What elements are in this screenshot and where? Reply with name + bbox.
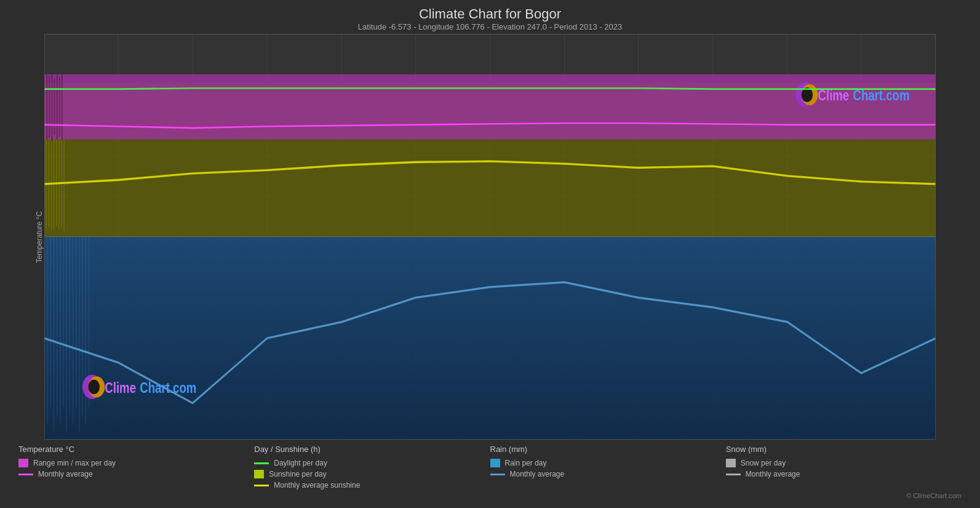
svg-point-63 <box>88 379 100 394</box>
legend-swatch-sunshine-avg <box>254 485 269 486</box>
legend-label-rain-avg: Monthly average <box>510 470 565 478</box>
legend-item-temp-range: Range min / max per day <box>18 459 254 467</box>
legend-swatch-rain-avg <box>490 474 505 475</box>
svg-rect-23 <box>44 237 936 440</box>
chart-subtitle: Latitude -6.573 - Longitude 106.776 - El… <box>12 22 968 31</box>
svg-text:Chart.com: Chart.com <box>140 379 196 396</box>
legend-title-temperature: Temperature °C <box>18 445 254 454</box>
legend-group-sunshine: Day / Sunshine (h) Daylight per day Suns… <box>254 445 490 490</box>
legend-item-snow-avg: Monthly average <box>726 470 962 478</box>
legend-swatch-temp-avg <box>18 474 33 475</box>
legend-title-rain: Rain (mm) <box>490 445 726 454</box>
legend-item-snow-per-day: Snow per day <box>726 459 962 467</box>
legend-label-sunshine: Sunshine per day <box>269 470 326 478</box>
legend-item-temp-avg: Monthly average <box>18 470 254 478</box>
svg-text:Chart.com: Chart.com <box>853 87 909 104</box>
legend-label-rain: Rain per day <box>505 459 547 467</box>
legend-title-snow: Snow (mm) <box>726 445 962 454</box>
legend-swatch-daylight <box>254 462 269 464</box>
legend-group-snow: Snow (mm) Snow per day Monthly average <box>726 445 962 490</box>
legend-swatch-rain <box>490 459 500 467</box>
main-container: Climate Chart for Bogor Latitude -6.573 … <box>0 0 980 508</box>
legend-item-sunshine-avg: Monthly average sunshine <box>254 481 490 490</box>
legend-label-snow-avg: Monthly average <box>746 470 800 478</box>
svg-text:Clime: Clime <box>105 379 136 396</box>
legend-swatch-snow <box>726 459 736 467</box>
legend-label-sunshine-avg: Monthly average sunshine <box>274 481 360 490</box>
legend-label-snow: Snow per day <box>741 459 786 467</box>
copyright: © ClimeChart.com <box>12 492 968 502</box>
legend-swatch-sunshine <box>254 470 264 478</box>
legend-item-rain-per-day: Rain per day <box>490 459 726 467</box>
legend-item-sunshine-per-day: Sunshine per day <box>254 470 490 478</box>
legend-title-sunshine: Day / Sunshine (h) <box>254 445 490 454</box>
legend-label-daylight: Daylight per day <box>274 459 327 467</box>
chart-title: Climate Chart for Bogor <box>12 6 968 22</box>
legend-swatch-snow-avg <box>726 474 741 475</box>
legend-label-temp-range: Range min / max per day <box>33 459 116 467</box>
legend-label-temp-avg: Monthly average <box>38 470 93 478</box>
legend-item-rain-avg: Monthly average <box>490 470 726 478</box>
legend-section: Temperature °C Range min / max per day M… <box>12 440 968 492</box>
title-section: Climate Chart for Bogor Latitude -6.573 … <box>12 6 968 31</box>
legend-group-rain: Rain (mm) Rain per day Monthly average <box>490 445 726 490</box>
legend-swatch-temp-range <box>18 459 28 467</box>
legend-group-temperature: Temperature °C Range min / max per day M… <box>18 445 254 490</box>
svg-text:Clime: Clime <box>818 87 850 104</box>
chart-svg-container: Clime Chart.com Clime Chart.com <box>44 34 936 440</box>
legend-item-daylight: Daylight per day <box>254 459 490 467</box>
